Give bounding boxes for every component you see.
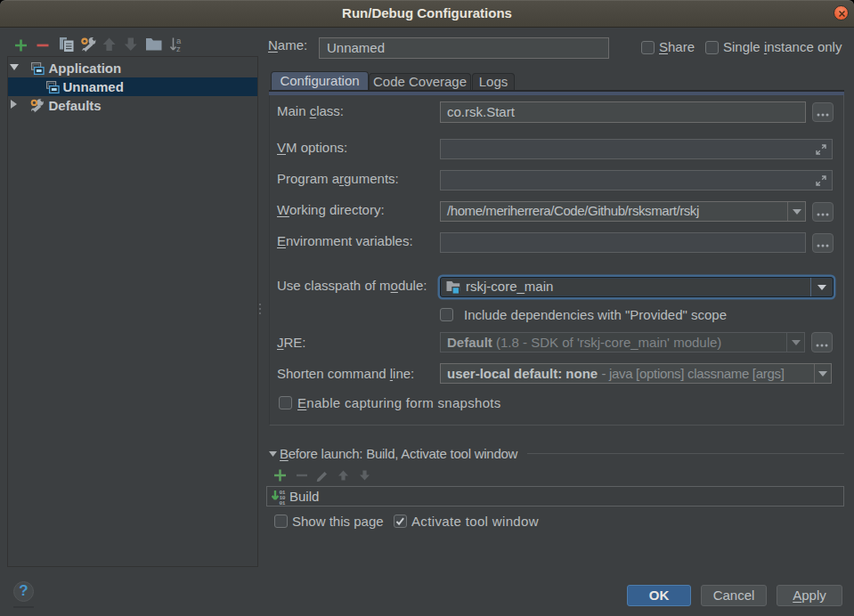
svg-text:z: z xyxy=(176,44,181,53)
svg-text:01: 01 xyxy=(280,500,286,505)
